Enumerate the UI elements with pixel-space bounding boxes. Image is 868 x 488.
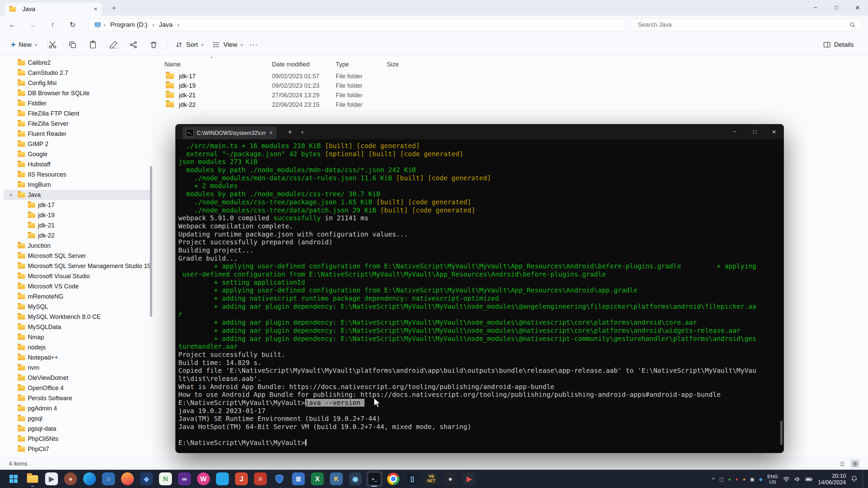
terminal-tab-close-icon[interactable]: ✕ xyxy=(269,130,273,136)
sidebar-item-iis-resources[interactable]: IIS Resources xyxy=(3,169,150,180)
delete-button[interactable] xyxy=(146,37,161,52)
taskbar-phone-link[interactable]: ▯ xyxy=(404,471,420,487)
taskbar-dark-blue-app[interactable]: ◆ xyxy=(138,471,155,487)
minimize-button[interactable]: − xyxy=(805,0,826,16)
sidebar-item-notepad[interactable]: Notepad++ xyxy=(3,352,150,363)
column-divider[interactable] xyxy=(411,60,411,68)
file-row-jdk-19[interactable]: jdk-1909/02/2023 01:23File folder xyxy=(155,81,868,91)
tray-app-2-icon[interactable]: ● xyxy=(728,477,731,482)
terminal-close-button[interactable]: ✕ xyxy=(764,124,784,139)
sidebar-item-fiddler[interactable]: Fiddler xyxy=(3,98,150,108)
show-desktop-button[interactable] xyxy=(863,470,865,488)
breadcrumb-java[interactable]: Java xyxy=(156,21,175,28)
forward-button[interactable]: → xyxy=(26,19,39,30)
sidebar-item-microsoft-visual-studio[interactable]: Microsoft Visual Studio xyxy=(3,271,150,281)
sidebar-scrollbar[interactable] xyxy=(150,166,152,317)
sidebar-item-gimp-2[interactable]: GIMP 2 xyxy=(3,139,150,149)
sidebar-item-db-browser-for-sqlite[interactable]: DB Browser for SQLite xyxy=(3,88,150,98)
sidebar-item-persits-software[interactable]: Persits Software xyxy=(3,393,150,403)
sidebar-item-phpcli7[interactable]: PhpCli7 xyxy=(3,444,150,454)
more-options-button[interactable]: ··· xyxy=(246,37,261,52)
maximize-button[interactable]: □ xyxy=(826,0,847,16)
details-pane-button[interactable]: Details xyxy=(819,37,858,52)
cut-button[interactable] xyxy=(45,37,60,52)
sort-button[interactable]: Sort ∨ xyxy=(171,37,208,52)
taskbar-alien-app[interactable]: ● xyxy=(442,471,458,487)
sidebar-item-fluent-reader[interactable]: Fluent Reader xyxy=(3,129,150,139)
tray-app-4-icon[interactable]: ● xyxy=(743,477,746,482)
clock[interactable]: 20:10 14/06/2024 xyxy=(818,473,846,486)
file-row-jdk-21[interactable]: jdk-2127/06/2024 13:29File folder xyxy=(155,91,868,100)
taskbar-recorder-app[interactable]: ● xyxy=(62,471,79,487)
sidebar-item-microsoft-sql-server-management-studio-19[interactable]: Microsoft SQL Server Management Studio 1… xyxy=(3,261,150,271)
large-icons-view-toggle[interactable] xyxy=(850,459,860,469)
taskbar-spreadsheet-app[interactable]: X xyxy=(309,471,326,487)
taskbar-wampserver[interactable]: W xyxy=(195,471,212,487)
sidebar-item-junction[interactable]: Junction xyxy=(3,241,150,251)
sidebar-item-pgsql[interactable]: pgsql xyxy=(3,413,150,424)
taskbar-visual-studio[interactable]: ∞ xyxy=(176,471,193,487)
terminal-titlebar[interactable]: >_ C:\WINDOWS\system32\cmd. ✕ + ∨ − □ ✕ xyxy=(176,124,784,139)
terminal-new-tab-button[interactable]: + xyxy=(285,127,295,137)
sidebar-item-nvm[interactable]: nvm xyxy=(3,363,150,373)
view-button[interactable]: View ∨ xyxy=(208,37,247,52)
search-box[interactable] xyxy=(631,18,862,31)
tray-app-6-icon[interactable]: ◆ xyxy=(759,477,763,482)
taskbar-remote-desktop-app[interactable]: ◉ xyxy=(347,471,363,487)
column-header-name[interactable]: Name xyxy=(164,61,181,68)
new-tab-button[interactable]: + xyxy=(109,4,119,13)
taskbar-vs-code[interactable] xyxy=(214,471,231,487)
terminal-restore-button[interactable]: □ xyxy=(745,124,765,139)
taskbar-terminal[interactable]: >_ xyxy=(366,471,382,487)
sidebar-item-hubstaff[interactable]: Hubstaff xyxy=(3,159,150,169)
column-header-size[interactable]: Size xyxy=(387,61,399,68)
breadcrumb-program-d[interactable]: Program (D:) xyxy=(107,21,150,28)
hidden-icons-chevron[interactable]: ^ xyxy=(712,476,714,482)
tray-app-5-icon[interactable]: ▣ xyxy=(750,477,754,482)
sidebar-item-pgadmin-4[interactable]: pgAdmin 4 xyxy=(3,403,150,413)
up-button[interactable]: ↑ xyxy=(46,19,59,30)
paste-button[interactable] xyxy=(85,37,100,52)
explorer-tab[interactable]: Java ✕ xyxy=(5,3,102,16)
sidebar-item-jdk-19[interactable]: jdk-19 xyxy=(3,210,150,220)
back-button[interactable]: ← xyxy=(6,19,18,30)
file-row-jdk-22[interactable]: jdk-2222/06/2024 23:15File folder xyxy=(155,100,868,110)
taskbar-java-ide-2[interactable]: ≡ xyxy=(252,471,269,487)
column-header-date-modified[interactable]: Date modified xyxy=(272,61,310,68)
copy-button[interactable] xyxy=(65,37,80,52)
column-divider[interactable] xyxy=(269,60,269,68)
sidebar-item-mremoteng[interactable]: mRemoteNG xyxy=(3,291,150,302)
refresh-button[interactable]: ↻ xyxy=(66,19,79,30)
column-divider[interactable] xyxy=(333,60,333,68)
column-divider[interactable] xyxy=(382,60,382,68)
taskbar-firefox-browser[interactable] xyxy=(119,471,136,487)
rename-button[interactable] xyxy=(106,37,121,52)
tab-close-icon[interactable]: ✕ xyxy=(93,6,98,12)
search-input[interactable] xyxy=(631,21,849,29)
taskbar-edge-browser[interactable] xyxy=(81,471,98,487)
notification-bell[interactable] xyxy=(851,475,858,484)
taskbar-chrome-browser[interactable] xyxy=(385,471,401,487)
sidebar-item-jdk-22[interactable]: jdk-22 xyxy=(3,230,150,241)
sidebar-item-openoffice-4[interactable]: OpenOffice 4 xyxy=(3,383,150,393)
details-view-toggle[interactable] xyxy=(837,459,847,469)
sidebar-item-calibre2[interactable]: Calibre2 xyxy=(3,58,150,68)
taskbar-vb-net-app[interactable]: VB NET xyxy=(423,471,439,487)
sidebar-item-nodejs[interactable]: nodejs xyxy=(3,342,150,352)
column-header-type[interactable]: Type xyxy=(336,61,349,68)
tray-app-1-icon[interactable]: ▢ xyxy=(719,477,724,482)
taskbar-file-explorer[interactable] xyxy=(24,471,41,487)
sidebar-item-mysql[interactable]: MySQL xyxy=(3,302,150,312)
taskbar-keepass-app[interactable]: K xyxy=(328,471,344,487)
sidebar-item-java[interactable]: ∨Java xyxy=(3,190,150,200)
taskbar-windows-security[interactable] xyxy=(271,471,288,487)
sidebar-item-filezilla-server[interactable]: FileZilla Server xyxy=(3,119,150,129)
language-indicator[interactable]: ENG US xyxy=(767,474,778,485)
sidebar-item-jdk-21[interactable]: jdk-21 xyxy=(3,220,150,230)
terminal-scrollbar[interactable] xyxy=(780,421,783,445)
sidebar-item-phpcli5nts[interactable]: PhpCli5Nts xyxy=(3,434,150,444)
taskbar-start-button[interactable] xyxy=(5,471,22,487)
sidebar-item-nmap[interactable]: Nmap xyxy=(3,332,150,342)
taskbar-search-db-app[interactable]: ○ xyxy=(100,471,117,487)
taskbar-notepad-plus-plus[interactable]: N xyxy=(157,471,174,487)
